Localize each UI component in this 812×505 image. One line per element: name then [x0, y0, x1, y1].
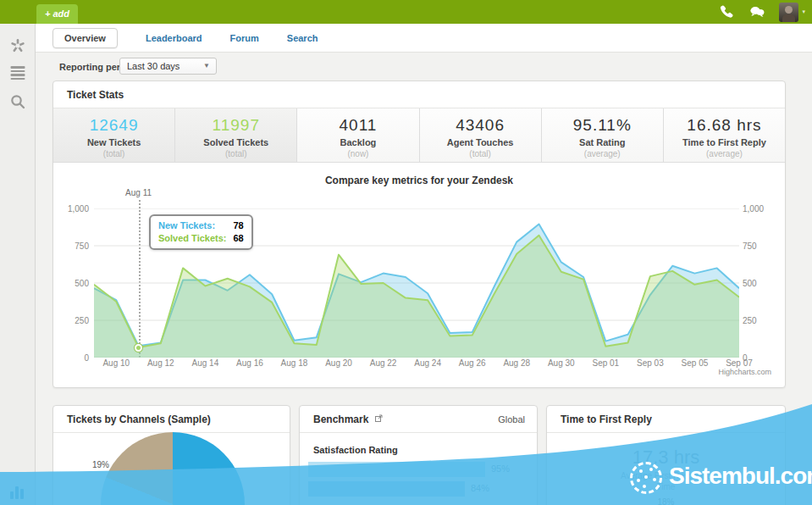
stat-cell-time-to-first-reply[interactable]: 16.68 hrsTime to First Reply(average) [664, 108, 785, 162]
benchmark-panel: Benchmark Global Satisfaction Rating 95%… [299, 405, 538, 505]
x-axis-label: Aug 30 [543, 358, 580, 368]
x-axis-label: Aug 22 [365, 358, 402, 368]
benchmark-bar-account: 95% [308, 462, 485, 477]
stat-cell-sat-rating[interactable]: 95.11%Sat Rating(average) [542, 108, 664, 162]
stat-sub: (total) [420, 149, 541, 158]
y-axis-label-left: 750 [55, 241, 89, 251]
watermark-text: Sistembul.com [669, 463, 812, 490]
x-axis-label: Aug 14 [186, 358, 224, 368]
y-axis-label-right: 750 [743, 241, 776, 251]
stat-label: New Tickets [53, 137, 174, 147]
benchmark-bar-account-label: 95% [491, 463, 510, 474]
chart-tooltip: New Tickets:78 Solved Tickets:68 [149, 214, 253, 250]
tooltip-series-2-label: Solved Tickets: [158, 232, 227, 245]
benchmark-bar-global: 84% [308, 481, 465, 497]
stat-cell-backlog[interactable]: 4011Backlog(now) [297, 108, 419, 162]
pie-slice-label: 19% [92, 460, 109, 469]
chat-icon[interactable] [748, 3, 765, 20]
stat-label: Backlog [297, 137, 418, 147]
phone-icon[interactable] [718, 3, 735, 20]
dashboard-screen: + add ▾ [0, 0, 812, 505]
y-axis-label-left: 500 [55, 279, 89, 288]
x-axis-label: Sep 05 [676, 358, 713, 368]
stat-sub: (total) [175, 149, 296, 158]
ttfr-small-percent: 18% [547, 497, 785, 505]
x-axis-label: Aug 16 [231, 358, 268, 368]
stat-cell-new-tickets[interactable]: 12649New Tickets(total) [53, 108, 175, 162]
reporting-period-value: Last 30 days [127, 61, 180, 71]
stat-label: Sat Rating [542, 137, 663, 147]
x-axis-label: Sep 07 [721, 358, 758, 368]
stat-label: Time to First Reply [664, 137, 785, 147]
x-axis-label: Sep 01 [587, 358, 624, 368]
left-sidebar [0, 24, 36, 505]
stat-label: Agent Touches [420, 137, 541, 147]
user-avatar[interactable] [779, 3, 798, 22]
stat-value: 43406 [420, 116, 541, 135]
stat-value: 11997 [175, 116, 296, 135]
channels-pie-chart[interactable] [101, 432, 245, 505]
tab-forum[interactable]: Forum [230, 29, 259, 47]
x-axis-label: Sep 03 [632, 358, 669, 368]
benchmark-scope-label[interactable]: Global [498, 406, 525, 433]
stats-row: 12649New Tickets(total)11997Solved Ticke… [53, 108, 785, 163]
x-axis-label: Aug 10 [97, 358, 135, 368]
reporting-row: Reporting period: Last 30 days ▼ [36, 53, 812, 80]
search-icon[interactable] [9, 93, 26, 110]
tab-search[interactable]: Search [287, 29, 318, 47]
stat-value: 4011 [297, 116, 418, 135]
x-axis-label: Aug 24 [409, 358, 446, 368]
external-link-icon[interactable] [375, 414, 383, 422]
stat-value: 95.11% [542, 116, 663, 135]
time-to-first-reply-panel: Time to First Reply 17.3 hrs Average Fir… [546, 405, 786, 505]
x-axis-label: Aug 20 [320, 358, 357, 368]
tooltip-series-1-value: 78 [234, 219, 244, 232]
chart-title: Compare key metrics for your Zendesk [53, 175, 785, 186]
x-axis-label: Aug 26 [454, 358, 491, 368]
stat-sub: (total) [53, 149, 174, 158]
tooltip-series-2-value: 68 [234, 232, 244, 245]
select-caret-icon: ▼ [203, 58, 210, 74]
stat-cell-agent-touches[interactable]: 43406Agent Touches(total) [420, 108, 542, 162]
pinwheel-icon[interactable] [9, 37, 26, 54]
benchmark-panel-title: Benchmark [313, 413, 368, 425]
reporting-period-select[interactable]: Last 30 days ▼ [119, 58, 217, 75]
y-axis-label-right: 1,000 [743, 204, 776, 214]
stat-sub: (average) [664, 149, 785, 158]
hover-marker-dot [135, 344, 142, 352]
stat-value: 16.68 hrs [664, 116, 785, 135]
top-bar: + add ▾ [0, 0, 812, 24]
tooltip-series-1-label: New Tickets: [158, 219, 215, 232]
y-axis-label-right: 500 [743, 279, 776, 288]
x-axis-label: Aug 12 [142, 358, 180, 368]
y-axis-label-left: 0 [55, 353, 89, 363]
ticket-stats-title: Ticket Stats [53, 81, 785, 108]
channels-panel-title: Tickets by Channels (Sample) [53, 406, 290, 433]
highcharts-credit[interactable]: Highcharts.com [718, 368, 771, 376]
y-axis-label-left: 1,000 [55, 204, 89, 214]
reports-icon[interactable] [10, 486, 24, 499]
stat-sub: (now) [297, 149, 418, 158]
watermark-logo-icon [630, 462, 662, 494]
menu-icon[interactable] [10, 64, 25, 81]
ttfr-panel-title: Time to First Reply [547, 406, 785, 433]
tab-leaderboard[interactable]: Leaderboard [146, 29, 202, 47]
stat-value: 12649 [53, 116, 174, 135]
avatar-caret-icon: ▾ [802, 8, 805, 15]
stat-sub: (average) [542, 149, 663, 158]
channels-panel: Tickets by Channels (Sample) 19% [52, 405, 290, 505]
x-axis-label: Aug 18 [275, 358, 312, 368]
add-button[interactable]: + add [36, 4, 78, 24]
ticket-stats-panel: Ticket Stats 12649New Tickets(total)1199… [52, 80, 786, 388]
stat-cell-solved-tickets[interactable]: 11997Solved Tickets(total) [175, 108, 297, 162]
benchmark-subtitle: Satisfaction Rating [313, 445, 398, 455]
x-axis-label: Aug 28 [498, 358, 535, 368]
tab-overview[interactable]: Overview [52, 28, 118, 48]
stat-label: Solved Tickets [175, 137, 296, 147]
benchmark-bar-global-label: 84% [471, 483, 489, 493]
tab-bar: Overview Leaderboard Forum Search [36, 24, 812, 53]
y-axis-label-right: 250 [743, 316, 776, 325]
y-axis-label-left: 250 [55, 316, 89, 325]
hover-date-label: Aug 11 [115, 188, 163, 197]
